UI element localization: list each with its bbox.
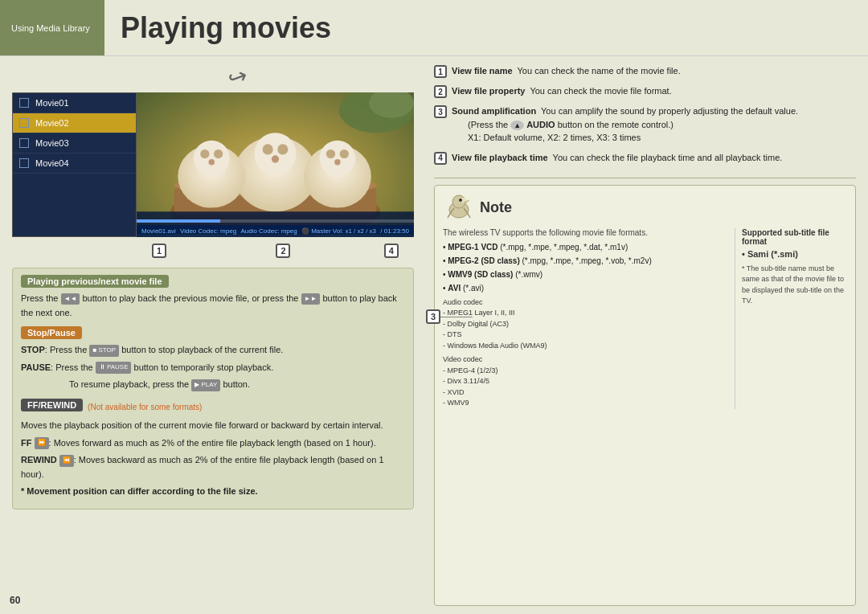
- nav-label-text: Using Media Library: [11, 23, 90, 33]
- note-title: Note: [480, 199, 512, 216]
- ff-text: FF ⏩: Moves forward as much as 2% of the…: [21, 436, 405, 451]
- rewind-text: REWIND ⏪: Moves backward as much as 2% o…: [21, 453, 405, 481]
- movie-thumbnail: Movie01.avi Video Codec: mpeg Audio Code…: [137, 92, 414, 237]
- connector-line-3: [440, 317, 473, 317]
- screen-labels: 1 2 4: [12, 242, 414, 258]
- checkbox-movie01[interactable]: [19, 98, 29, 108]
- playing-prev-next-text: Press the ◄◄ button to play back the pre…: [21, 292, 405, 320]
- note-header: Note: [443, 192, 847, 223]
- audio-codec-label: Audio Codec: mpeg: [240, 227, 297, 235]
- next-btn: ►►: [301, 293, 321, 305]
- curved-arrow-icon: ↩: [224, 62, 251, 93]
- feature-2: 2 View file property You can check the m…: [434, 84, 856, 98]
- note-box: Note The wireless TV supports the follow…: [434, 185, 856, 607]
- arrow-area: ↩: [12, 64, 414, 91]
- pause-btn: ⏸ PAUSE: [96, 362, 132, 374]
- ff-icon: ⏩: [35, 437, 49, 449]
- num-badge-1: 1: [434, 65, 447, 78]
- page-number: 60: [10, 595, 20, 606]
- checkbox-movie04[interactable]: [19, 158, 29, 168]
- note-intro-text: The wireless TV supports the following m…: [443, 228, 728, 237]
- ff-rewind-header: FF/REWIND: [21, 399, 83, 411]
- list-item[interactable]: Movie03: [13, 133, 136, 154]
- svg-point-6: [254, 133, 296, 174]
- svg-point-24: [459, 199, 462, 202]
- list-item-active[interactable]: Movie02: [13, 113, 136, 133]
- feature-1: 1 View file name You can check the name …: [434, 64, 856, 78]
- bottom-left-section: Playing previous/next movie file Press t…: [12, 268, 414, 510]
- feature-3: 3 Sound amplification You can amplify th…: [434, 104, 856, 145]
- left-panel: ↩ Movie01 Movie02 Movie03: [0, 56, 426, 614]
- subtitle-label: Supported sub-title file format: [742, 228, 847, 246]
- movie-info-bar: Movie01.avi Video Codec: mpeg Audio Code…: [137, 225, 414, 237]
- svg-point-16: [320, 141, 356, 177]
- ff-rewind-section: FF/REWIND (Not available for some format…: [21, 399, 405, 499]
- svg-point-11: [194, 141, 230, 177]
- video-codec-label: Video Codec: mpeg: [180, 227, 236, 235]
- video-codec-section: Video codec - MPEG-4 (1/2/3) - Divx 3.11…: [443, 354, 728, 409]
- nav-label: Using Media Library: [0, 0, 104, 55]
- puppy-scene-image: [137, 92, 414, 237]
- connector-3: 3: [426, 309, 473, 324]
- checkbox-movie03[interactable]: [19, 138, 29, 148]
- not-available-text: (Not available for some formats): [88, 403, 202, 411]
- num-badge-4: 4: [434, 152, 447, 165]
- svg-point-9: [272, 155, 279, 162]
- num-badge-3-connector: 3: [426, 309, 440, 324]
- header: Using Media Library Playing movies: [0, 0, 868, 56]
- progress-bar-inner: [137, 219, 220, 223]
- divider: [434, 178, 856, 178]
- note-right: Supported sub-title file format • Sami (…: [735, 228, 847, 409]
- svg-point-8: [277, 144, 288, 154]
- play-btn: ▶ PLAY: [191, 379, 220, 391]
- movie-list: Movie01 Movie02 Movie03 Movie04: [12, 92, 137, 237]
- playing-prev-next-header: Playing previous/next movie file: [21, 275, 169, 288]
- stop-pause-section: Stop/Pause STOP: Press the ■ STOP button…: [21, 326, 405, 392]
- resume-text: To resume playback, press the ▶ PLAY but…: [21, 378, 405, 392]
- num-badge-2: 2: [434, 85, 447, 98]
- movie-filename: Movie01.avi: [141, 227, 176, 235]
- subtitle-note: * The sub-title name must be same as tha…: [742, 264, 847, 307]
- format-mpeg1: • MPEG-1 VCD (*.mpg, *.mpe, *.mpeg, *.da…: [443, 242, 728, 253]
- label-4: 4: [384, 244, 399, 258]
- num-badge-3: 3: [434, 105, 447, 118]
- feature-1-text: View file name You can check the name of…: [452, 64, 681, 78]
- prev-btn: ◄◄: [61, 293, 80, 305]
- stop-text: STOP: Press the ■ STOP button to stop pl…: [21, 343, 405, 358]
- audio-codec-section: Audio codec - MPEG1 Layer I, II, III - D…: [443, 297, 728, 352]
- svg-point-17: [326, 149, 335, 158]
- label-2: 2: [276, 244, 290, 258]
- rw-icon: ⏪: [59, 455, 74, 467]
- svg-point-18: [340, 149, 349, 158]
- list-item[interactable]: Movie01: [13, 93, 136, 113]
- stop-btn: ■ STOP: [89, 345, 119, 357]
- label-1: 1: [152, 244, 166, 258]
- feature-2-text: View file property You can check the mov…: [452, 84, 672, 98]
- list-item[interactable]: Movie04: [13, 154, 136, 174]
- svg-point-19: [334, 159, 340, 165]
- feature-4-text: View file playback time You can check th…: [452, 151, 782, 165]
- svg-point-14: [209, 159, 215, 165]
- playing-prev-next-section: Playing previous/next movie file Press t…: [21, 275, 405, 320]
- format-wmv9: • WMV9 (SD class) (*.wmv): [443, 269, 728, 280]
- subtitle-format: • Sami (*.smi): [742, 249, 847, 259]
- note-content: The wireless TV supports the following m…: [443, 228, 847, 409]
- feature-4: 4 View file playback time You can check …: [434, 151, 856, 165]
- checkbox-movie02[interactable]: [19, 118, 29, 128]
- svg-point-12: [200, 149, 209, 158]
- screen-area: Movie01 Movie02 Movie03 Movie04: [12, 92, 414, 237]
- format-mpeg2: • MPEG-2 (SD class) (*.mpg, *.mpe, *.mpe…: [443, 256, 728, 267]
- format-avi: • AVI (*.avi): [443, 283, 728, 294]
- progress-bar-outer: [137, 219, 414, 223]
- right-panel: 1 View file name You can check the name …: [426, 56, 868, 614]
- svg-point-7: [263, 144, 273, 154]
- movement-note: * Movement position can differ according…: [21, 485, 405, 499]
- ff-rewind-intro: Moves the playback position of the curre…: [21, 419, 405, 433]
- page-title: Playing movies: [104, 11, 331, 45]
- feature-3-text: Sound amplification You can amplify the …: [452, 104, 798, 145]
- playback-time: / 01:23:50: [380, 227, 409, 235]
- pause-text: PAUSE: Press the ⏸ PAUSE button to tempo…: [21, 361, 405, 375]
- stop-pause-header: Stop/Pause: [21, 326, 82, 339]
- note-left: The wireless TV supports the following m…: [443, 228, 728, 409]
- svg-point-13: [214, 149, 223, 158]
